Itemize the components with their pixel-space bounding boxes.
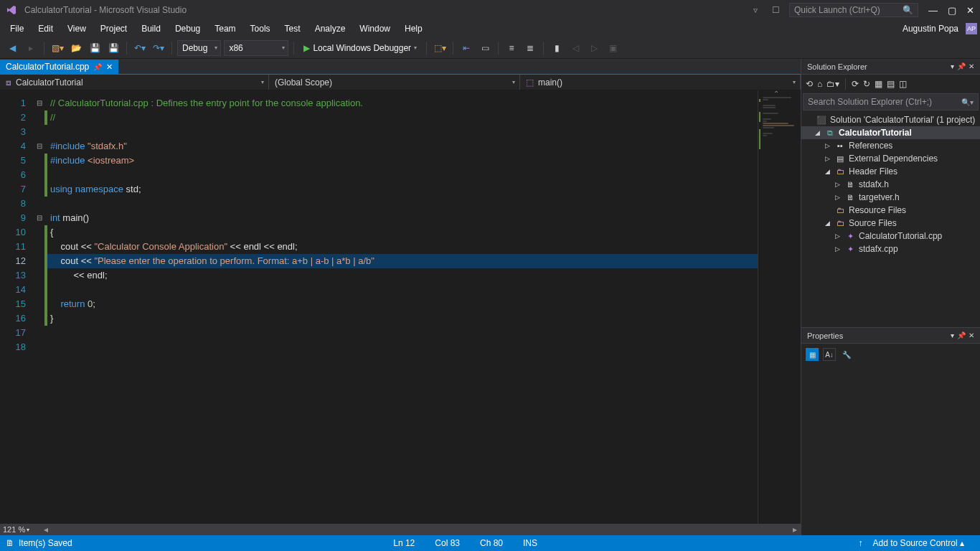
source-control-button[interactable]: Add to Source Control ▴ — [863, 538, 974, 548]
menu-test[interactable]: Test — [278, 22, 308, 36]
home-icon[interactable]: ⟲ — [806, 79, 813, 89]
menu-view[interactable]: View — [60, 22, 93, 36]
horizontal-scroll[interactable]: 121 %▾ ◂▸ — [0, 524, 801, 535]
code-navbar: ⧈CalculatorTutorial (Global Scope) ⬚main… — [0, 75, 801, 90]
menu-debug[interactable]: Debug — [168, 22, 207, 36]
panel-menu-icon[interactable]: ▾ — [951, 331, 954, 339]
outdent-icon[interactable]: ≡ — [504, 40, 519, 56]
toolbar-icon-1[interactable]: ⬚▾ — [432, 40, 448, 56]
stdafx-h-node[interactable]: ▷🗎stdafx.h — [801, 178, 980, 191]
references-node[interactable]: ▷▪▪References — [801, 139, 980, 152]
sync-icon[interactable]: ⟳ — [852, 79, 859, 89]
statusbar: 🗎 Item(s) Saved Ln 12 Col 83 Ch 80 INS ↑… — [0, 535, 980, 551]
pin-icon[interactable]: 📌 — [957, 62, 966, 70]
close-button[interactable]: ✕ — [966, 5, 974, 16]
solution-tree[interactable]: ⬛Solution 'CalculatorTutorial' (1 projec… — [801, 110, 980, 327]
menu-edit[interactable]: Edit — [31, 22, 60, 36]
status-ins: INS — [513, 538, 547, 548]
nav-fwd-button[interactable]: ▸ — [23, 40, 39, 56]
targetver-h-node[interactable]: ▷🗎targetver.h — [801, 191, 980, 204]
start-debug-label: Local Windows Debugger — [313, 43, 411, 53]
new-project-button[interactable]: ▧▾ — [50, 40, 65, 56]
redo-button[interactable]: ↷▾ — [151, 40, 166, 56]
pin-icon[interactable]: 📌 — [93, 63, 102, 71]
panel-menu-icon[interactable]: ▾ — [951, 62, 954, 70]
step-into-icon[interactable]: ⇤ — [458, 40, 474, 56]
pin-icon[interactable]: 📌 — [957, 331, 966, 339]
bookmark-prev-icon[interactable]: ◁ — [567, 40, 583, 56]
tab-file[interactable]: CalculatorTutorial.cpp 📌 ✕ — [0, 60, 118, 74]
header-files-node[interactable]: ◢🗀Header Files — [801, 165, 980, 178]
undo-button[interactable]: ↶▾ — [132, 40, 148, 56]
panel-close-icon[interactable]: ✕ — [969, 62, 974, 70]
save-all-button[interactable]: 💾 — [105, 40, 121, 56]
scroll-left-icon[interactable]: ◂ — [40, 524, 52, 535]
zoom-dropdown[interactable]: 121 %▾ — [0, 525, 40, 534]
home-icon[interactable]: ⌂ — [817, 79, 822, 89]
flag-icon[interactable]: ▿ — [749, 5, 762, 15]
editor-tabs: CalculatorTutorial.cpp 📌 ✕ — [0, 59, 801, 75]
categorized-icon[interactable]: ▦ — [806, 348, 819, 361]
minimap[interactable]: ⌃ — [758, 90, 801, 524]
indent-icon[interactable]: ≣ — [522, 40, 538, 56]
preview-icon[interactable]: ◫ — [899, 79, 907, 89]
step-icon[interactable]: ▭ — [477, 40, 493, 56]
menu-build[interactable]: Build — [134, 22, 168, 36]
user-name[interactable]: Augustin Popa — [903, 24, 963, 34]
solution-search-input[interactable]: Search Solution Explorer (Ctrl+;) 🔍▾ — [803, 93, 979, 110]
vs-logo-icon — [6, 4, 17, 16]
menu-window[interactable]: Window — [352, 22, 397, 36]
tab-close-icon[interactable]: ✕ — [106, 62, 113, 72]
search-icon: 🔍 — [903, 5, 913, 15]
solution-node[interactable]: ⬛Solution 'CalculatorTutorial' (1 projec… — [801, 113, 980, 126]
menu-project[interactable]: Project — [93, 22, 134, 36]
calc-cpp-node[interactable]: ▷✦CalculatorTutorial.cpp — [801, 230, 980, 242]
split-grip-icon[interactable]: ⌃ — [773, 90, 783, 97]
quick-launch-input[interactable]: Quick Launch (Ctrl+Q) 🔍 — [789, 3, 918, 17]
nav-back-button[interactable]: ◀ — [4, 40, 20, 56]
code-editor[interactable]: 123456789101112131415161718 ⊟⊟⊟ // Calcu… — [0, 90, 758, 524]
panel-close-icon[interactable]: ✕ — [969, 331, 974, 339]
config-dropdown[interactable]: Debug — [177, 40, 221, 56]
wrench-icon[interactable]: 🔧 — [840, 348, 853, 361]
solution-explorer-title: Solution Explorer — [807, 62, 867, 71]
bookmark-next-icon[interactable]: ▷ — [586, 40, 602, 56]
minimize-button[interactable]: — — [928, 5, 938, 16]
window-title: CalculatorTutorial - Microsoft Visual St… — [24, 5, 187, 15]
source-files-node[interactable]: ◢🗀Source Files — [801, 217, 980, 230]
tab-label: CalculatorTutorial.cpp — [6, 62, 89, 72]
menu-tools[interactable]: Tools — [243, 22, 278, 36]
nav-member-dropdown[interactable]: ⬚main() — [520, 75, 801, 90]
solution-toolbar: ⟲ ⌂ 🗀▾ ⟳ ↻ ▦ ▤ ◫ — [801, 75, 980, 93]
platform-dropdown[interactable]: x86 — [224, 40, 288, 56]
properties-icon[interactable]: ▤ — [887, 79, 895, 89]
properties-header: Properties ▾📌✕ — [801, 328, 980, 344]
alphabetical-icon[interactable]: A↓ — [823, 348, 836, 361]
status-col: Col 83 — [425, 538, 470, 548]
refresh-icon[interactable]: ↻ — [863, 79, 870, 89]
show-all-icon[interactable]: ▦ — [875, 79, 882, 89]
save-button[interactable]: 💾 — [87, 40, 103, 56]
menu-help[interactable]: Help — [397, 22, 430, 36]
menu-file[interactable]: File — [3, 22, 31, 36]
solution-search-placeholder: Search Solution Explorer (Ctrl+;) — [808, 97, 932, 107]
maximize-button[interactable]: ▢ — [948, 5, 956, 16]
nav-project-dropdown[interactable]: ⧈CalculatorTutorial — [0, 75, 269, 90]
nav-scope-dropdown[interactable]: (Global Scope) — [269, 75, 520, 90]
menu-team[interactable]: Team — [207, 22, 242, 36]
collapse-icon[interactable]: 🗀▾ — [826, 79, 839, 89]
status-ch: Ch 80 — [470, 538, 513, 548]
project-node[interactable]: ◢⧉CalculatorTutorial — [801, 126, 980, 139]
comment-icon[interactable]: ▮ — [549, 40, 565, 56]
resource-files-node[interactable]: 🗀Resource Files — [801, 204, 980, 217]
stdafx-cpp-node[interactable]: ▷✦stdafx.cpp — [801, 242, 980, 255]
menu-analyze[interactable]: Analyze — [308, 22, 353, 36]
external-deps-node[interactable]: ▷▤External Dependencies — [801, 152, 980, 165]
scroll-right-icon[interactable]: ▸ — [789, 524, 801, 535]
feedback-icon[interactable]: ☐ — [769, 5, 782, 15]
start-debug-button[interactable]: ▶ Local Windows Debugger ▾ — [299, 40, 421, 56]
bookmark-icon[interactable]: ▣ — [605, 40, 621, 56]
titlebar: CalculatorTutorial - Microsoft Visual St… — [0, 0, 980, 20]
avatar[interactable]: AP — [966, 23, 977, 34]
open-file-button[interactable]: 📂 — [68, 40, 84, 56]
